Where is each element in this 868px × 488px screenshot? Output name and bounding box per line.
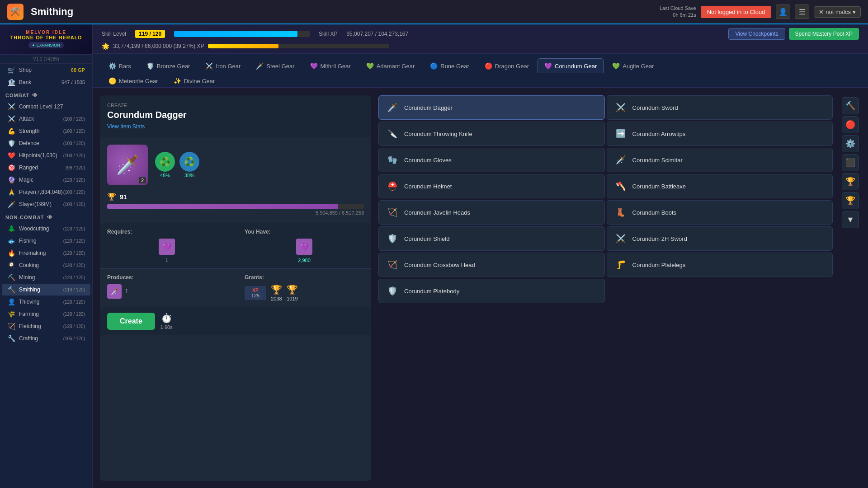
- grid-item-corundum-scimitar[interactable]: 🗡️ Corundum Scimitar: [607, 148, 833, 172]
- skill-level: (100 / 120): [63, 153, 85, 158]
- skill-xp-bar: [174, 31, 310, 37]
- skill-label: Hitpoints(1,030): [19, 152, 57, 159]
- sidebar-item-magic[interactable]: 🔮 Magic (120 / 120): [2, 174, 90, 186]
- grid-item-corundum-helmet[interactable]: ⛑️ Corundum Helmet: [378, 174, 605, 198]
- sidebar-item-smithing[interactable]: 🔨 Smithing (119 / 120): [2, 284, 90, 296]
- tab-adamant[interactable]: 💚 Adamant Gear: [359, 58, 422, 73]
- tab-iron[interactable]: ⚔️ Iron Gear: [198, 58, 247, 73]
- grid-item-name-corundum-dagger: Corundum Dagger: [404, 104, 453, 111]
- sidebar-item-fishing[interactable]: 🐟 Fishing (120 / 120): [2, 235, 90, 247]
- skill-xp-text: 95,007,207 / 104,273,167: [346, 31, 408, 37]
- grid-item-icon-corundum-dagger: 🗡️: [385, 100, 400, 115]
- sidebar-item-mining[interactable]: ⛏️ Mining (120 / 120): [2, 272, 90, 283]
- sidebar-item-woodcutting[interactable]: 🌲 Woodcutting (120 / 120): [2, 223, 90, 235]
- eye-icon-noncombat: 👁: [47, 214, 53, 221]
- spend-mastery-btn[interactable]: Spend Mastery Pool XP: [789, 28, 859, 40]
- page-title: Smithing: [31, 6, 73, 18]
- sidebar-item-shop[interactable]: 🛒 Shop 68 GP: [2, 64, 90, 76]
- grants-col: Grants: XP 125 🏆 2038: [245, 274, 364, 301]
- skill-level: (120 / 120): [63, 239, 85, 244]
- logo-area: ⚒️ Smithing: [7, 4, 73, 20]
- sidebar-item-cooking[interactable]: 🍳 Cooking (120 / 120): [2, 259, 90, 271]
- trophy-val-2: 1019: [287, 296, 297, 301]
- tab-meteorite[interactable]: 🟡 Meteorite Gear: [102, 73, 165, 88]
- tab-dragon[interactable]: 🔴 Dragon Gear: [478, 58, 536, 73]
- grid-item-corundum-platebody[interactable]: 🛡️ Corundum Platebody: [378, 279, 605, 303]
- skill-icon: 🗡️: [7, 201, 15, 208]
- grid-item-name-corundum-arrowtips: Corundum Arrowtips: [632, 131, 686, 137]
- tab-corundum[interactable]: 💜 Corundum Gear: [538, 58, 604, 73]
- sidebar-item-bank[interactable]: 🏦 Bank 647 / 1505: [2, 76, 90, 88]
- skill-label: Crafting: [19, 335, 38, 342]
- not-logged-button[interactable]: Not logged in to Cloud: [701, 6, 772, 18]
- recycle-icon-1: ♻️: [155, 152, 175, 172]
- grid-item-corundum-shield[interactable]: 🛡️ Corundum Shield: [378, 226, 605, 251]
- skill-label: Ranged: [19, 164, 38, 171]
- sidebar-item-defence[interactable]: 🛡️ Defence (100 / 120): [2, 137, 90, 149]
- tab-rune[interactable]: 🔵 Rune Gear: [423, 58, 476, 73]
- view-checkpoints-btn[interactable]: View Checkpoints: [728, 28, 785, 40]
- grid-item-corundum-platelegs[interactable]: 🦵 Corundum Platelegs: [607, 253, 833, 277]
- sidebar-item-attack[interactable]: ⚔️ Attack (100 / 120): [2, 113, 90, 125]
- sidebar-item-prayer-----------[interactable]: 🙏 Prayer(7,834,048) (100 / 120): [2, 186, 90, 198]
- tab-mithril[interactable]: 💜 Mithril Gear: [303, 58, 358, 73]
- grid-item-corundum-2h-sword[interactable]: ⚔️ Corundum 2H Sword: [607, 226, 833, 251]
- grid-item-corundum-dagger[interactable]: 🗡️ Corundum Dagger: [378, 95, 605, 120]
- tab-steel[interactable]: 🗡️ Steel Gear: [249, 58, 301, 73]
- sidebar-item-slayer----m-[interactable]: 🗡️ Slayer(199M) (100 / 120): [2, 198, 90, 210]
- combat-level-icon: ⚔️: [7, 103, 15, 110]
- grid-item-corundum-battleaxe[interactable]: 🪓 Corundum Battleaxe: [607, 174, 833, 198]
- skill-icon: 🏹: [7, 323, 15, 330]
- sidebar-item-thieving[interactable]: 👤 Thieving (120 / 120): [2, 296, 90, 308]
- tab-bars[interactable]: ⚙️ Bars: [102, 58, 138, 73]
- top-bar-right: Last Cloud Save 0h 6m 21s Not logged in …: [660, 5, 861, 19]
- skill-label: Smithing: [19, 286, 40, 293]
- sidebar-item-farming[interactable]: 🌾 Farming (120 / 120): [2, 308, 90, 320]
- tab-divine[interactable]: ✨ Divine Gear: [167, 73, 222, 88]
- tab-icon-rune: 🔵: [430, 62, 438, 70]
- right-panel-btn-btn2[interactable]: 🔴: [842, 116, 859, 133]
- skill-level: (120 / 120): [63, 324, 85, 329]
- right-panel-btn-btn6[interactable]: 🏆: [842, 192, 859, 209]
- you-have-col: You Have: 💜 2,980: [245, 229, 364, 263]
- profile-icon-btn[interactable]: 👤: [776, 5, 790, 19]
- recycle-block-1: ♻️ 48%: [155, 152, 175, 178]
- close-icon: ✕: [819, 9, 824, 15]
- grid-item-name-corundum-crossbow-head: Corundum Crossbow Head: [404, 262, 475, 268]
- tab-label-divine: Divine Gear: [184, 78, 215, 84]
- grid-item-corundum-crossbow-head[interactable]: 🏹 Corundum Crossbow Head: [378, 253, 605, 277]
- sidebar-item-fletching[interactable]: 🏹 Fletching (120 / 120): [2, 320, 90, 332]
- grid-item-corundum-boots[interactable]: 👢 Corundum Boots: [607, 200, 833, 225]
- right-panel-btn-btn1[interactable]: 🔨: [842, 97, 859, 114]
- view-stats-link[interactable]: View Item Stats: [107, 123, 145, 130]
- grid-item-corundum-arrowtips[interactable]: ➡️ Corundum Arrowtips: [607, 122, 833, 146]
- grid-item-corundum-sword[interactable]: ⚔️ Corundum Sword: [607, 95, 833, 120]
- grid-item-name-corundum-boots: Corundum Boots: [632, 209, 677, 216]
- right-panel-btn-btn4[interactable]: ⬛: [842, 154, 859, 171]
- tab-augite[interactable]: 💚 Augite Gear: [605, 58, 660, 73]
- skill-label: Woodcutting: [19, 225, 49, 232]
- user-menu-btn[interactable]: ✕ not malcs ▾: [814, 6, 861, 18]
- grid-item-corundum-gloves[interactable]: 🧤 Corundum Gloves: [378, 148, 605, 172]
- create-button[interactable]: Create: [107, 313, 155, 330]
- skill-icon: ⛏️: [7, 274, 15, 281]
- sidebar-item-ranged[interactable]: 🎯 Ranged (99 / 120): [2, 162, 90, 174]
- sidebar-item-firemaking[interactable]: 🔥 Firemaking (120 / 120): [2, 247, 90, 259]
- right-panel-btn-btn3[interactable]: ⚙️: [842, 135, 859, 152]
- sidebar: MELVOR IDLE THRONE OF THE HERALD ● EXPAN…: [0, 24, 93, 488]
- skill-icon: 🌲: [7, 225, 15, 232]
- right-panel-btn-btn7[interactable]: ▼: [842, 211, 859, 228]
- settings-icon-btn[interactable]: ☰: [795, 5, 809, 19]
- right-panel-btn-btn5[interactable]: 🏆: [842, 173, 859, 190]
- grid-item-corundum-javelin-heads[interactable]: 🏹 Corundum Javelin Heads: [378, 200, 605, 225]
- sidebar-item-hitpoints-------[interactable]: ❤️ Hitpoints(1,030) (100 / 120): [2, 150, 90, 161]
- noncombat-section-header: NON-COMBAT 👁: [0, 211, 92, 222]
- bank-icon: 🏦: [7, 79, 15, 86]
- sidebar-item-strength[interactable]: 💪 Strength (100 / 120): [2, 125, 90, 137]
- xp-label: XP: [252, 288, 258, 293]
- grid-item-corundum-throwing-knife[interactable]: 🔪 Corundum Throwing Knife: [378, 122, 605, 146]
- sidebar-item-combat-level[interactable]: ⚔️ Combat Level 127: [2, 101, 90, 113]
- skill-icon: 🙏: [7, 188, 15, 196]
- tab-bronze[interactable]: 🛡️ Bronze Gear: [140, 58, 197, 73]
- sidebar-item-crafting[interactable]: 🔧 Crafting (105 / 120): [2, 333, 90, 344]
